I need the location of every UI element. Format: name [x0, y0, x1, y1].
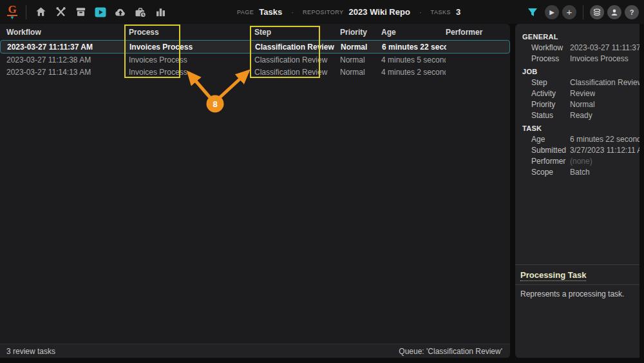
property-row[interactable]: Priority Normal — [515, 99, 639, 110]
status-bar: 3 review tasks Queue: 'Classification Re… — [0, 344, 510, 358]
page-label: PAGE — [237, 9, 254, 15]
cell-workflow: 2023-03-27 11:12:38 AM — [0, 55, 129, 64]
property-label: Priority — [515, 100, 570, 109]
task-list-panel: Workflow Process Step Priority Age Perfo… — [0, 24, 510, 358]
property-label: Performer — [515, 157, 570, 166]
cell-workflow: 2023-03-27 11:11:37 AM — [1, 43, 129, 52]
cell-age: 4 minutes 2 seconds — [381, 68, 446, 77]
property-value-none: (none) — [570, 157, 592, 166]
property-row[interactable]: Performer (none) — [515, 155, 639, 166]
table-row[interactable]: 2023-03-27 11:11:37 AM Invoices Process … — [0, 40, 510, 54]
cell-priority: Normal — [341, 43, 382, 52]
cell-step: Classification Review — [255, 43, 341, 52]
cell-process: Invoices Process — [129, 55, 254, 64]
property-value: 2023-03-27 11:11:37 AM — [570, 43, 639, 52]
user-icon[interactable] — [607, 5, 621, 19]
top-bar: G ▼ — [0, 0, 644, 24]
logo-drop-icon: ▼ — [10, 15, 15, 21]
toolbar-divider — [583, 5, 583, 19]
play-icon: ▶ — [550, 9, 554, 15]
property-label: Status — [515, 111, 570, 120]
repository-label: REPOSITORY — [303, 9, 344, 15]
property-row[interactable]: Status Ready — [515, 110, 639, 121]
column-header-process[interactable]: Process — [129, 28, 254, 37]
section-task: TASK — [515, 121, 639, 133]
table-row[interactable]: 2023-03-27 11:12:38 AM Invoices Process … — [0, 54, 510, 66]
tasks-play-icon[interactable] — [93, 5, 108, 20]
grooper-logo[interactable]: G ▼ — [0, 0, 24, 24]
app-window: G ▼ — [0, 0, 644, 363]
section-general: GENERAL — [515, 29, 639, 42]
property-value: Review — [570, 89, 595, 98]
column-header-age[interactable]: Age — [381, 28, 446, 37]
help-box: Processing Task Represents a processing … — [515, 264, 639, 303]
play-circle-button[interactable]: ▶ — [545, 5, 559, 19]
layers-icon[interactable] — [590, 5, 604, 19]
property-row[interactable]: Activity Review — [515, 88, 639, 99]
status-queue: Queue: 'Classification Review' — [399, 347, 502, 356]
cell-process: Invoices Process — [129, 68, 254, 77]
cell-age: 4 minutes 5 seconds — [381, 55, 446, 64]
property-value: Classification Review — [570, 78, 639, 87]
breadcrumb: PAGE Tasks · REPOSITORY 2023 Wiki Repo ·… — [237, 0, 460, 24]
cell-workflow: 2023-03-27 11:14:13 AM — [0, 68, 129, 77]
breadcrumb-dot: · — [291, 8, 294, 16]
cell-step: Classification Review — [254, 55, 340, 64]
cell-age: 6 minutes 22 seconds — [382, 43, 446, 52]
filter-icon[interactable] — [526, 5, 540, 19]
property-value: Invoices Process — [570, 54, 629, 63]
property-row[interactable]: Step Classification Review — [515, 77, 639, 88]
tasks-count-label: TASKS — [431, 9, 451, 15]
property-value: Ready — [570, 111, 592, 120]
cloud-upload-icon[interactable] — [113, 5, 128, 20]
property-value: Normal — [570, 100, 595, 109]
batches-box-icon[interactable] — [73, 5, 88, 20]
property-value: Batch — [570, 168, 590, 177]
page-value[interactable]: Tasks — [259, 7, 282, 17]
column-header-performer[interactable]: Performer — [446, 28, 510, 37]
cell-process: Invoices Process — [129, 43, 255, 52]
property-label: Submitted — [515, 146, 570, 155]
property-row[interactable]: Submitted 3/27/2023 11:12:11 AM — [515, 144, 639, 155]
column-header-priority[interactable]: Priority — [340, 28, 381, 37]
cell-priority: Normal — [340, 68, 381, 77]
property-grid: GENERAL Workflow 2023-03-27 11:11:37 AM … — [515, 24, 639, 177]
column-header-step[interactable]: Step — [254, 28, 340, 37]
property-label: Scope — [515, 168, 570, 177]
cell-priority: Normal — [340, 55, 381, 64]
help-icon[interactable]: ? — [625, 5, 639, 19]
property-label: Activity — [515, 89, 570, 98]
property-row[interactable]: Process Invoices Process — [515, 53, 639, 64]
nav-icon-group — [33, 5, 168, 20]
property-value: 3/27/2023 11:12:11 AM — [570, 146, 639, 155]
table-row[interactable]: 2023-03-27 11:14:13 AM Invoices Process … — [0, 66, 510, 78]
property-row[interactable]: Workflow 2023-03-27 11:11:37 AM — [515, 42, 639, 53]
breadcrumb-dot: · — [419, 8, 422, 16]
help-title[interactable]: Processing Task — [520, 270, 586, 281]
tools-icon[interactable] — [53, 5, 68, 20]
help-description: Represents a processing task. — [515, 285, 639, 303]
property-row[interactable]: Scope Batch — [515, 166, 639, 177]
logo-letter: G — [7, 4, 17, 16]
add-circle-button[interactable]: + — [562, 5, 576, 19]
property-label: Process — [515, 54, 570, 63]
status-task-count: 3 review tasks — [6, 347, 55, 356]
property-row[interactable]: Age 6 minutes 22 seconds — [515, 133, 639, 144]
home-icon[interactable] — [33, 5, 48, 20]
property-label: Step — [515, 78, 570, 87]
property-label: Workflow — [515, 43, 570, 52]
stats-bar-chart-icon[interactable] — [153, 5, 168, 20]
cell-step: Classification Review — [254, 68, 340, 77]
property-panel: GENERAL Workflow 2023-03-27 11:11:37 AM … — [515, 24, 639, 358]
jobs-briefcase-clock-icon[interactable] — [133, 5, 148, 20]
repository-value[interactable]: 2023 Wiki Repo — [349, 7, 410, 17]
section-job: JOB — [515, 64, 639, 77]
tasks-count-value: 3 — [456, 7, 460, 17]
plus-icon: + — [567, 6, 573, 17]
topbar-actions: ▶ + ? — [526, 0, 639, 24]
column-header-workflow[interactable]: Workflow — [0, 28, 129, 37]
property-label: Age — [515, 135, 570, 144]
table-header-row: Workflow Process Step Priority Age Perfo… — [0, 24, 510, 40]
property-value: 6 minutes 22 seconds — [570, 135, 639, 144]
toolbar-divider — [26, 5, 26, 19]
